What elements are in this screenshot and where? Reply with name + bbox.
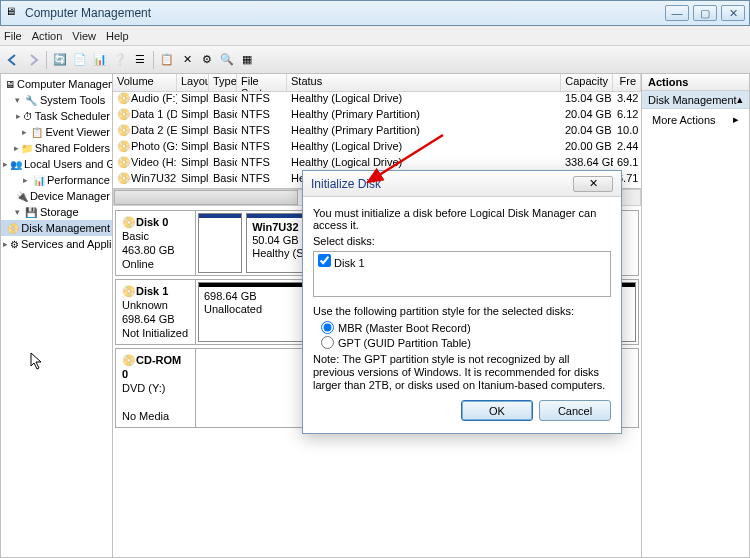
tree-item[interactable]: 🔌Device Manager — [1, 188, 112, 204]
partition-style-label: Use the following partition style for th… — [313, 305, 611, 317]
expand-icon[interactable]: ▸ — [3, 239, 8, 249]
tree-item[interactable]: ▸📊Performance — [1, 172, 112, 188]
submenu-icon: ▸ — [733, 113, 739, 126]
tree-item[interactable]: ▸📁Shared Folders — [1, 140, 112, 156]
dialog-message: You must initialize a disk before Logica… — [313, 207, 611, 231]
tree-node-icon: 💾 — [24, 205, 38, 219]
rescan-icon[interactable]: 🔍 — [218, 51, 236, 69]
tree-label: Shared Folders — [35, 142, 110, 154]
tree-label: Services and Applicat — [21, 238, 112, 250]
actions-context[interactable]: Disk Management ▴ — [642, 91, 749, 109]
tree-node-icon: 📀 — [7, 221, 19, 235]
actions-header: Actions — [642, 74, 749, 91]
tree-label: Event Viewer — [45, 126, 110, 138]
tree-node-icon: 🖥 — [5, 77, 15, 91]
tree-node-icon: 📁 — [21, 141, 33, 155]
toolbar: 🔄 📄 📊 ❔ ☰ 📋 ✕ ⚙ 🔍 ▦ — [0, 46, 750, 74]
back-button[interactable] — [4, 51, 22, 69]
menu-help[interactable]: Help — [106, 30, 129, 42]
volume-row[interactable]: 📀Photo (G:)SimpleBasicNTFSHealthy (Logic… — [113, 140, 641, 156]
menu-action[interactable]: Action — [32, 30, 63, 42]
col-free[interactable]: Fre — [613, 74, 641, 91]
tree-label: Local Users and Gr — [24, 158, 112, 170]
menubar: File Action View Help — [0, 26, 750, 46]
tree-label: Performance — [47, 174, 110, 186]
gpt-note: Note: The GPT partition style is not rec… — [313, 353, 611, 392]
disk-select-list[interactable]: Disk 1 — [313, 251, 611, 297]
disk1-checkbox[interactable] — [318, 254, 331, 267]
expand-icon[interactable]: ▸ — [14, 143, 19, 153]
expand-icon[interactable]: ▾ — [13, 207, 22, 217]
settings-icon[interactable]: ⚙ — [198, 51, 216, 69]
tree-item[interactable]: ▸📋Event Viewer — [1, 124, 112, 140]
tree-node-icon: ⏱ — [23, 109, 33, 123]
select-disks-label: Select disks: — [313, 235, 611, 247]
dialog-close-button[interactable]: ✕ — [573, 176, 613, 192]
dialog-title: Initialize Disk — [311, 177, 573, 191]
menu-file[interactable]: File — [4, 30, 22, 42]
partition[interactable] — [198, 213, 242, 273]
window-title: Computer Management — [25, 6, 665, 20]
tree-label: System Tools — [40, 94, 105, 106]
tree-label: Storage — [40, 206, 79, 218]
ok-button[interactable]: OK — [461, 400, 533, 421]
tree-item[interactable]: ▸⏱Task Scheduler — [1, 108, 112, 124]
col-layout[interactable]: Layout — [177, 74, 209, 91]
titlebar: 🖥 Computer Management — ▢ ✕ — [0, 0, 750, 26]
tree-item[interactable]: 📀Disk Management — [1, 220, 112, 236]
more-icon[interactable]: ▦ — [238, 51, 256, 69]
app-icon: 🖥 — [5, 5, 21, 21]
initialize-disk-dialog: Initialize Disk ✕ You must initialize a … — [302, 170, 622, 434]
tree-node-icon: 📋 — [31, 125, 44, 139]
volume-row[interactable]: 📀Audio (F:)SimpleBasicNTFSHealthy (Logic… — [113, 92, 641, 108]
col-fs[interactable]: File System — [237, 74, 287, 91]
tree-node-icon: 🔧 — [24, 93, 38, 107]
collapse-icon: ▴ — [737, 93, 743, 106]
tree-item[interactable]: ▾🔧System Tools — [1, 92, 112, 108]
volume-header-row: Volume Layout Type File System Status Ca… — [113, 74, 641, 92]
tree-label: Disk Management — [21, 222, 110, 234]
tree-node-icon: ⚙ — [10, 237, 19, 251]
tree-node-icon: 📊 — [32, 173, 45, 187]
expand-icon[interactable]: ▸ — [21, 127, 29, 137]
maximize-button[interactable]: ▢ — [693, 5, 717, 21]
disk-label: 📀Disk 1Unknown698.64 GBNot Initialized — [116, 280, 196, 344]
expand-icon[interactable]: ▸ — [22, 175, 30, 185]
menu-view[interactable]: View — [72, 30, 96, 42]
tree-label: Device Manager — [30, 190, 110, 202]
tree-item[interactable]: ▾💾Storage — [1, 204, 112, 220]
col-capacity[interactable]: Capacity — [561, 74, 613, 91]
tree-item[interactable]: ▸⚙Services and Applicat — [1, 236, 112, 252]
gpt-radio[interactable] — [321, 336, 334, 349]
tree-label: Computer Management — [17, 78, 112, 90]
tree-item[interactable]: 🖥Computer Management — [1, 76, 112, 92]
expand-icon[interactable]: ▸ — [3, 159, 8, 169]
volume-row[interactable]: 📀Data 1 (D:)SimpleBasicNTFSHealthy (Prim… — [113, 108, 641, 124]
tree-label: Task Scheduler — [35, 110, 110, 122]
col-status[interactable]: Status — [287, 74, 561, 91]
volume-row[interactable]: 📀Data 2 (E:)SimpleBasicNTFSHealthy (Prim… — [113, 124, 641, 140]
col-type[interactable]: Type — [209, 74, 237, 91]
tree-item[interactable]: ▸👥Local Users and Gr — [1, 156, 112, 172]
actions-pane: Actions Disk Management ▴ More Actions ▸ — [641, 74, 749, 557]
refresh-icon[interactable]: 🔄 — [51, 51, 69, 69]
delete-icon[interactable]: ✕ — [178, 51, 196, 69]
close-button[interactable]: ✕ — [721, 5, 745, 21]
tree-node-icon: 🔌 — [16, 189, 28, 203]
properties-icon[interactable]: 📄 — [71, 51, 89, 69]
help-icon[interactable]: ❔ — [111, 51, 129, 69]
view-icon[interactable]: 📊 — [91, 51, 109, 69]
list-icon[interactable]: ☰ — [131, 51, 149, 69]
minimize-button[interactable]: — — [665, 5, 689, 21]
expand-icon[interactable]: ▸ — [15, 111, 21, 121]
more-actions[interactable]: More Actions ▸ — [642, 109, 749, 130]
action-icon[interactable]: 📋 — [158, 51, 176, 69]
nav-tree: 🖥Computer Management▾🔧System Tools▸⏱Task… — [1, 74, 113, 557]
disk-label: 📀Disk 0Basic463.80 GBOnline — [116, 211, 196, 275]
expand-icon[interactable]: ▾ — [13, 95, 22, 105]
disk-label: 📀CD-ROM 0DVD (Y:)No Media — [116, 349, 196, 427]
col-volume[interactable]: Volume — [113, 74, 177, 91]
cancel-button[interactable]: Cancel — [539, 400, 611, 421]
mbr-radio[interactable] — [321, 321, 334, 334]
forward-button[interactable] — [24, 51, 42, 69]
